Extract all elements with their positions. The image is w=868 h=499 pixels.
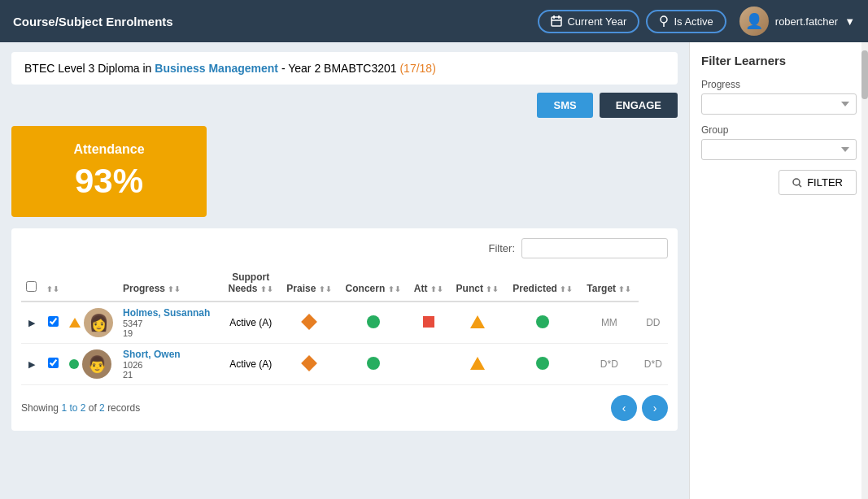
play-icon[interactable]: ▶: [28, 359, 35, 369]
play-icon[interactable]: ▶: [28, 318, 35, 328]
progress-filter-field: Progress: [701, 79, 857, 115]
row1-support: [280, 302, 338, 344]
warning-triangle-icon: [69, 318, 81, 328]
col-progress: Progress ⬆⬇: [118, 267, 221, 302]
group-filter-select[interactable]: [701, 139, 857, 160]
row2-concern: [408, 344, 449, 385]
course-prefix: BTEC Level 3 Diploma in: [24, 62, 151, 75]
row1-checkbox[interactable]: [41, 302, 64, 344]
page-title: Course/Subject Enrolments: [13, 15, 538, 28]
circle-green-icon-2: [536, 315, 549, 328]
row1-punct: [505, 302, 580, 344]
row2-progress: Active (A): [221, 344, 280, 385]
current-year-label: Current Year: [567, 15, 626, 28]
filter-sidebar: Filter Learners Progress Group FILTER: [689, 42, 868, 499]
action-row: SMS ENGAGE: [11, 93, 678, 118]
diamond-icon: [301, 314, 317, 330]
user-dropdown-arrow: ▼: [844, 15, 855, 28]
square-red-icon: [423, 316, 434, 328]
svg-point-4: [661, 16, 667, 23]
circle-green-icon-4: [536, 357, 549, 370]
predicted-value-2: D*D: [600, 358, 618, 370]
sms-button[interactable]: SMS: [537, 93, 592, 118]
row1-play[interactable]: ▶: [21, 302, 41, 344]
row1-att: [449, 302, 505, 344]
main-layout: BTEC Level 3 Diploma in Business Managem…: [0, 42, 868, 499]
content-area: BTEC Level 3 Diploma in Business Managem…: [0, 42, 689, 499]
svg-rect-2: [558, 15, 560, 19]
username: robert.fatcher: [775, 15, 838, 28]
user-menu[interactable]: 👤 robert.fatcher ▼: [739, 7, 855, 36]
col-predicted: Predicted ⬆⬇: [505, 267, 580, 302]
col-checkbox: [21, 267, 41, 302]
triangle-orange-icon: [470, 315, 485, 328]
calendar-icon: [551, 15, 562, 27]
col-target: Target ⬆⬇: [580, 267, 639, 302]
col-support-needs: SupportNeeds ⬆⬇: [221, 267, 280, 302]
showing-text: Showing 1 to 2 of 2 records: [21, 402, 140, 414]
col-att: Att ⬆⬇: [408, 267, 449, 302]
course-suffix: - Year 2 BMABTC3201: [281, 62, 397, 75]
circle-green-icon-3: [367, 357, 380, 370]
row1-select-checkbox[interactable]: [48, 316, 59, 327]
row2-play[interactable]: ▶: [21, 344, 41, 385]
attendance-value: 93%: [36, 162, 182, 201]
engage-button[interactable]: ENGAGE: [600, 93, 678, 118]
row2-select-checkbox[interactable]: [48, 358, 59, 368]
row1-photo: 👩: [64, 302, 118, 344]
student-num: 19: [123, 328, 216, 338]
prev-page-button[interactable]: ‹: [611, 395, 637, 421]
student-id-2: 1026: [123, 360, 216, 370]
row1-concern: [408, 302, 449, 344]
row2-att: [449, 344, 505, 385]
circle-green-indicator: [69, 359, 79, 369]
select-all-checkbox[interactable]: [26, 281, 37, 292]
is-active-button[interactable]: Is Active: [646, 10, 726, 33]
progress-filter-select[interactable]: [701, 93, 857, 115]
pin-icon: [659, 15, 669, 27]
pagination-buttons: ‹ ›: [611, 395, 668, 421]
circle-green-icon: [367, 315, 380, 328]
course-title-bar: BTEC Level 3 Diploma in Business Managem…: [11, 52, 678, 85]
current-year-button[interactable]: Current Year: [538, 10, 639, 33]
col-punct: Punct ⬆⬇: [449, 267, 505, 302]
sort-arrows[interactable]: ⬆⬇: [46, 285, 59, 293]
next-page-button[interactable]: ›: [642, 395, 668, 421]
target-value: DD: [646, 317, 660, 328]
table-row: ▶ 👨 Short, Owen: [21, 344, 668, 385]
svg-rect-1: [553, 15, 555, 19]
row1-target: DD: [639, 302, 668, 344]
row1-progress: Active (A): [221, 302, 280, 344]
course-name: Business Management: [155, 62, 278, 75]
search-icon: [792, 178, 802, 188]
learners-table: ⬆⬇ Progress ⬆⬇ SupportNeeds ⬆⬇ Praise ⬆⬇…: [21, 267, 668, 385]
pagination-row: Showing 1 to 2 of 2 records ‹ ›: [21, 395, 668, 421]
progress-filter-label: Progress: [701, 79, 857, 90]
student-name-2[interactable]: Short, Owen: [123, 349, 216, 360]
col-photo: [64, 267, 118, 302]
row2-checkbox[interactable]: [41, 344, 64, 385]
scrollbar-track: [861, 42, 868, 499]
col-sort: ⬆⬇: [41, 267, 64, 302]
avatar: 👤: [739, 7, 769, 36]
predicted-value: MM: [601, 317, 617, 328]
student-photo: 👩: [84, 308, 113, 337]
filter-input[interactable]: [521, 238, 668, 258]
progress-value-2: Active (A): [229, 358, 272, 370]
student-photo-2: 👨: [82, 349, 111, 379]
row2-support: [280, 344, 338, 385]
attendance-label: Attendance: [36, 142, 182, 157]
showing-range: 1 to 2: [61, 402, 85, 414]
svg-point-6: [793, 179, 800, 185]
row2-name-cell: Short, Owen 1026 21: [118, 344, 221, 385]
filter-button[interactable]: FILTER: [779, 170, 857, 195]
group-filter-field: Group: [701, 124, 857, 160]
svg-rect-0: [552, 17, 561, 26]
student-name[interactable]: Holmes, Susannah: [123, 307, 216, 319]
table-section: Filter: ⬆⬇ Progress ⬆⬇: [11, 228, 678, 431]
student-id: 5347: [123, 319, 216, 328]
filter-button-label: FILTER: [807, 176, 843, 189]
row2-target: D*D: [639, 344, 668, 385]
scrollbar-thumb[interactable]: [861, 50, 868, 99]
row2-punct: [505, 344, 580, 385]
